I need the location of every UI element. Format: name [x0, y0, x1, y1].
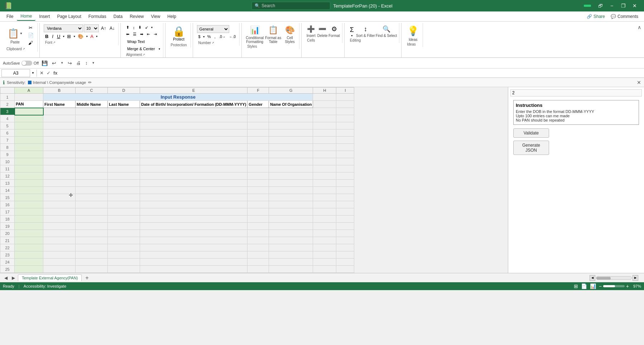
cell-b21[interactable]: [43, 237, 76, 244]
cell-i24[interactable]: [336, 259, 354, 266]
italic-button[interactable]: I: [51, 33, 55, 40]
cell-c8[interactable]: [76, 144, 108, 151]
cell-c22[interactable]: [76, 244, 108, 251]
sort-ascending-button[interactable]: ↕: [84, 60, 89, 66]
close-button[interactable]: ✕: [630, 1, 640, 11]
align-middle-button[interactable]: ↕: [131, 25, 136, 30]
zoom-in-button[interactable]: +: [626, 283, 629, 289]
cell-b20[interactable]: [43, 230, 76, 237]
cell-d9[interactable]: [108, 151, 140, 158]
cell-h22[interactable]: [313, 244, 336, 251]
menu-view[interactable]: View: [148, 13, 164, 20]
cell-e6[interactable]: [140, 129, 247, 137]
editing-label[interactable]: Editing: [349, 38, 397, 43]
cell-g10[interactable]: [269, 158, 313, 165]
autosave-toggle[interactable]: AutoSave Off: [3, 61, 39, 66]
col-header-g[interactable]: G: [269, 88, 313, 94]
cell-d25[interactable]: [108, 266, 140, 273]
cell-h10[interactable]: [313, 158, 336, 165]
cell-f2[interactable]: Gender: [247, 101, 269, 108]
cell-i12[interactable]: [336, 172, 354, 180]
format-as-table-button[interactable]: 📋: [266, 24, 280, 36]
cell-d11[interactable]: [108, 165, 140, 172]
cell-i11[interactable]: [336, 165, 354, 172]
cell-f18[interactable]: [247, 216, 269, 223]
undo-dropdown-button[interactable]: ▼: [59, 61, 65, 65]
redo-button[interactable]: ↪: [66, 60, 73, 67]
cell-e20[interactable]: [140, 230, 247, 237]
sort-filter-button[interactable]: ↕: [362, 25, 369, 34]
cell-f8[interactable]: [247, 144, 269, 151]
cell-b13[interactable]: [43, 180, 76, 187]
col-header-d[interactable]: D: [108, 88, 140, 94]
cell-c12[interactable]: [76, 172, 108, 180]
cells-label[interactable]: Cells: [306, 38, 340, 43]
cell-d6[interactable]: [108, 129, 140, 137]
increase-decimal-button[interactable]: .0→: [217, 34, 227, 39]
page-break-view-button[interactable]: 📊: [590, 283, 596, 289]
save-button[interactable]: 💾: [40, 60, 49, 67]
align-center-button[interactable]: ☰: [131, 31, 138, 37]
cell-b22[interactable]: [43, 244, 76, 251]
cell-d17[interactable]: [108, 208, 140, 216]
cell-b23[interactable]: [43, 251, 76, 259]
cell-b25[interactable]: [43, 266, 76, 273]
text-direction-button[interactable]: ↙: [144, 24, 150, 30]
number-label[interactable]: Number ↗: [197, 40, 237, 46]
cell-h24[interactable]: [313, 259, 336, 266]
cell-g9[interactable]: [269, 151, 313, 158]
copy-button[interactable]: 📄: [27, 32, 35, 39]
autosum-button[interactable]: Σ: [349, 25, 355, 34]
zoom-slider-track[interactable]: [603, 285, 625, 287]
cell-a20[interactable]: [15, 230, 43, 237]
cell-c23[interactable]: [76, 251, 108, 259]
cell-c10[interactable]: [76, 158, 108, 165]
align-bottom-button[interactable]: ⬇: [137, 24, 143, 30]
comma-button[interactable]: ,: [213, 34, 217, 39]
generate-json-button[interactable]: Generate JSON: [513, 141, 549, 155]
col-header-i[interactable]: I: [336, 88, 354, 94]
cell-f11[interactable]: [247, 165, 269, 172]
cell-e9[interactable]: [140, 151, 247, 158]
cell-g5[interactable]: [269, 122, 313, 129]
cell-f13[interactable]: [247, 180, 269, 187]
cell-c24[interactable]: [76, 259, 108, 266]
cell-b11[interactable]: [43, 165, 76, 172]
minimize-button[interactable]: −: [607, 1, 617, 11]
cell-h14[interactable]: [313, 187, 336, 194]
cell-d21[interactable]: [108, 237, 140, 244]
accounting-format-button[interactable]: $: [197, 34, 202, 39]
cell-f12[interactable]: [247, 172, 269, 180]
cell-d19[interactable]: [108, 223, 140, 230]
decrease-indent-button[interactable]: ⇤: [145, 31, 152, 37]
sensitivity-edit-icon[interactable]: ✏: [88, 80, 92, 85]
cell-h2[interactable]: [313, 101, 336, 108]
cell-e22[interactable]: [140, 244, 247, 251]
cell-b4[interactable]: [43, 115, 76, 122]
cell-d12[interactable]: [108, 172, 140, 180]
align-right-button[interactable]: ➡: [139, 31, 145, 37]
cell-g15[interactable]: [269, 194, 313, 201]
cell-f20[interactable]: [247, 230, 269, 237]
cell-f4[interactable]: [247, 115, 269, 122]
sheet-tab-0[interactable]: Template External Agency(PAN): [18, 274, 82, 281]
cell-f6[interactable]: [247, 129, 269, 137]
number-format-select[interactable]: General: [197, 25, 229, 33]
cell-i20[interactable]: [336, 230, 354, 237]
add-sheet-button[interactable]: +: [83, 275, 91, 281]
cell-e16[interactable]: [140, 201, 247, 208]
cell-e21[interactable]: [140, 237, 247, 244]
clipboard-label[interactable]: Clipboard ↗: [5, 46, 35, 52]
cell-d8[interactable]: [108, 144, 140, 151]
autosave-track[interactable]: [21, 61, 32, 66]
cell-f10[interactable]: [247, 158, 269, 165]
cell-e2[interactable]: Date of Birth/ Incorporation/ Formation …: [140, 101, 247, 108]
title-bar-search[interactable]: 🔍 Search: [251, 2, 330, 10]
menu-formulas[interactable]: Formulas: [85, 13, 110, 20]
cell-g6[interactable]: [269, 129, 313, 137]
cell-a21[interactable]: [15, 237, 43, 244]
cell-a11[interactable]: [15, 165, 43, 172]
cell-f19[interactable]: [247, 223, 269, 230]
cell-h15[interactable]: [313, 194, 336, 201]
cell-d20[interactable]: [108, 230, 140, 237]
